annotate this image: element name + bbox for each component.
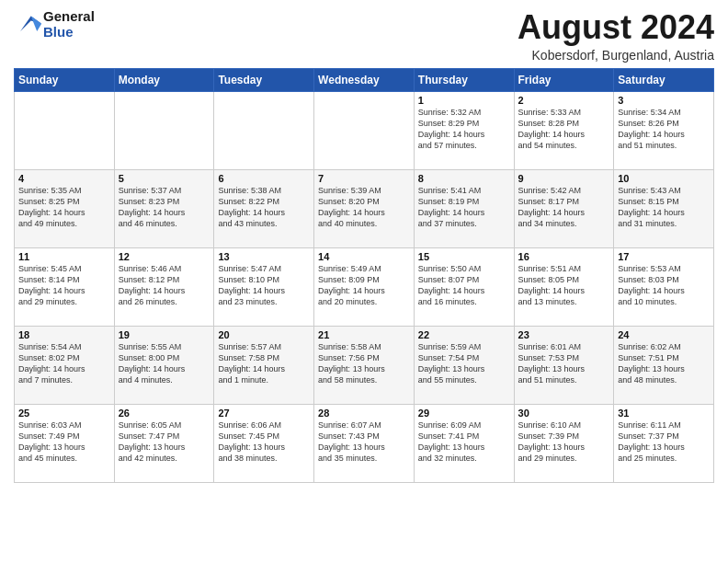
day-cell: 7Sunrise: 5:39 AMSunset: 8:20 PMDaylight…: [314, 169, 415, 247]
day-number: 10: [618, 173, 710, 184]
day-number: 24: [618, 329, 710, 340]
day-cell: 19Sunrise: 5:55 AMSunset: 8:00 PMDayligh…: [114, 326, 214, 404]
day-info: Sunrise: 6:07 AMSunset: 7:43 PMDaylight:…: [318, 419, 410, 465]
day-cell: [314, 91, 415, 169]
day-info: Sunrise: 6:05 AMSunset: 7:47 PMDaylight:…: [119, 419, 210, 465]
day-info: Sunrise: 5:41 AMSunset: 8:19 PMDaylight:…: [418, 185, 510, 230]
day-number: 31: [618, 408, 710, 419]
day-number: 14: [318, 251, 410, 262]
day-number: 16: [518, 251, 610, 262]
month-title: August 2024: [518, 9, 714, 46]
day-number: 27: [218, 408, 310, 419]
day-number: 4: [18, 173, 110, 184]
weekday-monday: Monday: [114, 68, 214, 91]
day-number: 19: [119, 329, 210, 340]
day-cell: 26Sunrise: 6:05 AMSunset: 7:47 PMDayligh…: [114, 404, 214, 482]
day-number: 1: [418, 95, 510, 106]
day-cell: 23Sunrise: 6:01 AMSunset: 7:53 PMDayligh…: [514, 326, 614, 404]
day-number: 28: [318, 408, 410, 419]
day-number: 2: [518, 95, 610, 106]
day-cell: [214, 91, 314, 169]
day-number: 5: [119, 173, 210, 184]
day-cell: 16Sunrise: 5:51 AMSunset: 8:05 PMDayligh…: [514, 247, 614, 326]
day-cell: 27Sunrise: 6:06 AMSunset: 7:45 PMDayligh…: [214, 404, 314, 482]
day-info: Sunrise: 5:34 AMSunset: 8:26 PMDaylight:…: [618, 107, 710, 152]
day-number: 12: [119, 251, 210, 262]
week-row-5: 25Sunrise: 6:03 AMSunset: 7:49 PMDayligh…: [15, 404, 714, 482]
day-info: Sunrise: 5:33 AMSunset: 8:28 PMDaylight:…: [518, 107, 610, 152]
day-info: Sunrise: 5:35 AMSunset: 8:25 PMDaylight:…: [18, 185, 110, 230]
logo-general: General: [43, 8, 95, 24]
day-cell: 22Sunrise: 5:59 AMSunset: 7:54 PMDayligh…: [414, 326, 514, 404]
week-row-1: 1Sunrise: 5:32 AMSunset: 8:29 PMDaylight…: [15, 91, 714, 169]
day-cell: 30Sunrise: 6:10 AMSunset: 7:39 PMDayligh…: [514, 404, 614, 482]
day-number: 22: [418, 329, 510, 340]
day-cell: 1Sunrise: 5:32 AMSunset: 8:29 PMDaylight…: [414, 91, 514, 169]
weekday-friday: Friday: [514, 68, 614, 91]
day-number: 8: [418, 173, 510, 184]
logo-text: General Blue: [43, 9, 95, 40]
weekday-thursday: Thursday: [414, 68, 514, 91]
day-number: 23: [518, 329, 610, 340]
day-cell: [114, 91, 214, 169]
logo-blue: Blue: [43, 24, 74, 40]
day-number: 29: [418, 408, 510, 419]
day-cell: 10Sunrise: 5:43 AMSunset: 8:15 PMDayligh…: [614, 169, 714, 247]
day-number: 6: [218, 173, 310, 184]
day-number: 26: [119, 408, 210, 419]
weekday-saturday: Saturday: [614, 68, 714, 91]
day-number: 11: [18, 251, 110, 262]
day-cell: 5Sunrise: 5:37 AMSunset: 8:23 PMDaylight…: [114, 169, 214, 247]
day-info: Sunrise: 6:10 AMSunset: 7:39 PMDaylight:…: [518, 419, 610, 465]
weekday-wednesday: Wednesday: [314, 68, 415, 91]
day-number: 9: [518, 173, 610, 184]
day-number: 30: [518, 408, 610, 419]
day-cell: 15Sunrise: 5:50 AMSunset: 8:07 PMDayligh…: [414, 247, 514, 326]
page: General Blue August 2024 Kobersdorf, Bur…: [0, 0, 728, 492]
day-cell: 14Sunrise: 5:49 AMSunset: 8:09 PMDayligh…: [314, 247, 415, 326]
day-info: Sunrise: 5:49 AMSunset: 8:09 PMDaylight:…: [318, 263, 410, 308]
location: Kobersdorf, Burgenland, Austria: [518, 48, 714, 63]
day-cell: 18Sunrise: 5:54 AMSunset: 8:02 PMDayligh…: [15, 326, 115, 404]
day-info: Sunrise: 5:55 AMSunset: 8:00 PMDaylight:…: [119, 341, 210, 386]
day-cell: 25Sunrise: 6:03 AMSunset: 7:49 PMDayligh…: [15, 404, 115, 482]
day-info: Sunrise: 5:57 AMSunset: 7:58 PMDaylight:…: [218, 341, 310, 386]
logo-icon: [16, 10, 43, 36]
day-number: 20: [218, 329, 310, 340]
day-cell: 2Sunrise: 5:33 AMSunset: 8:28 PMDaylight…: [514, 91, 614, 169]
day-info: Sunrise: 5:51 AMSunset: 8:05 PMDaylight:…: [518, 263, 610, 308]
weekday-header-row: SundayMondayTuesdayWednesdayThursdayFrid…: [15, 68, 714, 91]
day-info: Sunrise: 6:01 AMSunset: 7:53 PMDaylight:…: [518, 341, 610, 386]
day-info: Sunrise: 5:32 AMSunset: 8:29 PMDaylight:…: [418, 107, 510, 152]
day-cell: 8Sunrise: 5:41 AMSunset: 8:19 PMDaylight…: [414, 169, 514, 247]
day-cell: [15, 91, 115, 169]
day-cell: 3Sunrise: 5:34 AMSunset: 8:26 PMDaylight…: [614, 91, 714, 169]
header: General Blue August 2024 Kobersdorf, Bur…: [14, 9, 714, 63]
day-info: Sunrise: 5:47 AMSunset: 8:10 PMDaylight:…: [218, 263, 310, 308]
day-info: Sunrise: 6:09 AMSunset: 7:41 PMDaylight:…: [418, 419, 510, 465]
day-info: Sunrise: 6:06 AMSunset: 7:45 PMDaylight:…: [218, 419, 310, 465]
day-info: Sunrise: 5:45 AMSunset: 8:14 PMDaylight:…: [18, 263, 110, 308]
title-block: August 2024 Kobersdorf, Burgenland, Aust…: [518, 9, 714, 63]
day-cell: 4Sunrise: 5:35 AMSunset: 8:25 PMDaylight…: [15, 169, 115, 247]
week-row-3: 11Sunrise: 5:45 AMSunset: 8:14 PMDayligh…: [15, 247, 714, 326]
day-info: Sunrise: 5:46 AMSunset: 8:12 PMDaylight:…: [119, 263, 210, 308]
day-number: 3: [618, 95, 710, 106]
day-info: Sunrise: 5:42 AMSunset: 8:17 PMDaylight:…: [518, 185, 610, 230]
day-cell: 13Sunrise: 5:47 AMSunset: 8:10 PMDayligh…: [214, 247, 314, 326]
day-info: Sunrise: 5:50 AMSunset: 8:07 PMDaylight:…: [418, 263, 510, 308]
week-row-4: 18Sunrise: 5:54 AMSunset: 8:02 PMDayligh…: [15, 326, 714, 404]
day-number: 15: [418, 251, 510, 262]
day-cell: 29Sunrise: 6:09 AMSunset: 7:41 PMDayligh…: [414, 404, 514, 482]
weekday-tuesday: Tuesday: [214, 68, 314, 91]
calendar: SundayMondayTuesdayWednesdayThursdayFrid…: [14, 68, 714, 483]
day-cell: 21Sunrise: 5:58 AMSunset: 7:56 PMDayligh…: [314, 326, 415, 404]
day-info: Sunrise: 6:02 AMSunset: 7:51 PMDaylight:…: [618, 341, 710, 386]
day-info: Sunrise: 5:54 AMSunset: 8:02 PMDaylight:…: [18, 341, 110, 386]
day-cell: 6Sunrise: 5:38 AMSunset: 8:22 PMDaylight…: [214, 169, 314, 247]
day-cell: 11Sunrise: 5:45 AMSunset: 8:14 PMDayligh…: [15, 247, 115, 326]
day-cell: 31Sunrise: 6:11 AMSunset: 7:37 PMDayligh…: [614, 404, 714, 482]
day-info: Sunrise: 5:43 AMSunset: 8:15 PMDaylight:…: [618, 185, 710, 230]
day-info: Sunrise: 5:59 AMSunset: 7:54 PMDaylight:…: [418, 341, 510, 386]
logo: General Blue: [14, 9, 95, 40]
